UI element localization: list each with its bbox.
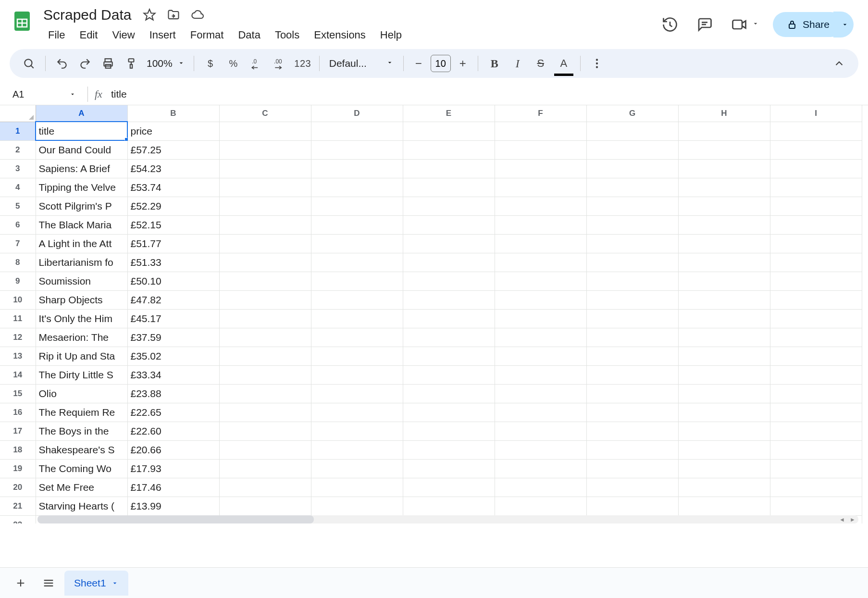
cell[interactable] xyxy=(495,272,586,290)
meet-icon[interactable] xyxy=(729,14,750,35)
cell[interactable] xyxy=(586,253,678,272)
cell[interactable] xyxy=(403,272,495,290)
cell[interactable] xyxy=(403,159,495,178)
cell[interactable] xyxy=(403,253,495,272)
row-header[interactable]: 14 xyxy=(0,365,36,384)
italic-button[interactable]: I xyxy=(507,53,528,74)
cell[interactable] xyxy=(311,122,403,140)
cell[interactable] xyxy=(586,403,678,422)
cell[interactable] xyxy=(586,422,678,440)
cell[interactable] xyxy=(219,365,311,384)
cell[interactable] xyxy=(495,309,586,328)
cell[interactable] xyxy=(495,422,586,440)
cell[interactable] xyxy=(678,422,770,440)
cell[interactable] xyxy=(678,347,770,365)
menu-file[interactable]: File xyxy=(41,26,72,44)
row-header[interactable]: 1 xyxy=(0,122,36,140)
font-size-input[interactable] xyxy=(431,55,451,72)
cloud-saved-icon[interactable] xyxy=(190,7,205,23)
cell[interactable]: price xyxy=(127,122,219,140)
cell[interactable] xyxy=(219,122,311,140)
search-icon[interactable] xyxy=(18,53,39,74)
cell[interactable]: title xyxy=(36,122,127,140)
undo-icon[interactable] xyxy=(51,53,73,74)
cell[interactable]: Shakespeare's S xyxy=(36,440,127,459)
column-header[interactable]: E xyxy=(403,105,495,122)
row-header[interactable]: 3 xyxy=(0,159,36,178)
cell[interactable] xyxy=(311,422,403,440)
cell[interactable] xyxy=(586,384,678,403)
share-button[interactable]: Share xyxy=(773,12,843,37)
row-header[interactable]: 9 xyxy=(0,272,36,290)
cell[interactable] xyxy=(770,309,862,328)
cell[interactable] xyxy=(219,422,311,440)
column-header[interactable]: B xyxy=(127,105,219,122)
cell[interactable] xyxy=(403,478,495,497)
cell[interactable] xyxy=(311,440,403,459)
cell[interactable]: £52.15 xyxy=(127,215,219,234)
row-header[interactable]: 15 xyxy=(0,384,36,403)
percent-button[interactable]: % xyxy=(223,53,244,74)
cell[interactable] xyxy=(311,328,403,347)
row-header[interactable]: 18 xyxy=(0,440,36,459)
cell[interactable]: Soumission xyxy=(36,272,127,290)
row-header[interactable]: 20 xyxy=(0,478,36,497)
cell[interactable] xyxy=(770,478,862,497)
cell[interactable] xyxy=(495,328,586,347)
text-color-button[interactable]: A xyxy=(553,53,574,74)
cell[interactable] xyxy=(770,328,862,347)
cell[interactable] xyxy=(403,459,495,478)
cell[interactable] xyxy=(678,253,770,272)
sheets-logo-icon[interactable] xyxy=(10,6,35,37)
cell[interactable] xyxy=(586,215,678,234)
cell[interactable] xyxy=(770,272,862,290)
cell[interactable] xyxy=(219,440,311,459)
cell[interactable]: A Light in the Att xyxy=(36,234,127,253)
cell[interactable] xyxy=(311,272,403,290)
paint-format-icon[interactable] xyxy=(121,53,142,74)
cell[interactable] xyxy=(219,272,311,290)
cell[interactable] xyxy=(678,478,770,497)
cell[interactable]: £23.88 xyxy=(127,384,219,403)
cell[interactable]: Mesaerion: The xyxy=(36,328,127,347)
cell[interactable] xyxy=(770,159,862,178)
cell[interactable] xyxy=(219,178,311,197)
menu-edit[interactable]: Edit xyxy=(73,26,104,44)
cell[interactable]: £20.66 xyxy=(127,440,219,459)
cell[interactable] xyxy=(403,234,495,253)
cell[interactable] xyxy=(403,309,495,328)
cell[interactable] xyxy=(586,234,678,253)
cell[interactable] xyxy=(311,347,403,365)
cell[interactable] xyxy=(770,140,862,159)
increase-font-icon[interactable]: + xyxy=(454,54,472,73)
cell[interactable] xyxy=(586,197,678,215)
increase-decimal-icon[interactable]: .00 xyxy=(269,53,290,74)
row-header[interactable]: 13 xyxy=(0,347,36,365)
cell[interactable] xyxy=(311,365,403,384)
cell[interactable] xyxy=(219,197,311,215)
cell[interactable]: Olio xyxy=(36,384,127,403)
row-header[interactable]: 11 xyxy=(0,309,36,328)
cell[interactable] xyxy=(219,253,311,272)
cell[interactable]: The Requiem Re xyxy=(36,403,127,422)
cell[interactable]: Libertarianism fo xyxy=(36,253,127,272)
horizontal-scrollbar[interactable] xyxy=(37,515,858,523)
cell[interactable] xyxy=(586,328,678,347)
cell[interactable] xyxy=(586,497,678,515)
decrease-font-icon[interactable]: − xyxy=(409,54,428,73)
menu-tools[interactable]: Tools xyxy=(268,26,306,44)
cell[interactable] xyxy=(678,272,770,290)
cell[interactable] xyxy=(311,159,403,178)
cell[interactable] xyxy=(495,440,586,459)
scroll-left-icon[interactable]: ◄ xyxy=(837,515,847,523)
cell[interactable]: Starving Hearts ( xyxy=(36,497,127,515)
cell[interactable] xyxy=(495,122,586,140)
cell[interactable] xyxy=(495,253,586,272)
row-header[interactable]: 19 xyxy=(0,459,36,478)
scrollbar-thumb[interactable] xyxy=(37,515,314,523)
cell[interactable]: £22.65 xyxy=(127,403,219,422)
column-header[interactable]: F xyxy=(495,105,586,122)
cell[interactable] xyxy=(495,140,586,159)
cell[interactable]: £50.10 xyxy=(127,272,219,290)
more-icon[interactable] xyxy=(586,53,608,74)
